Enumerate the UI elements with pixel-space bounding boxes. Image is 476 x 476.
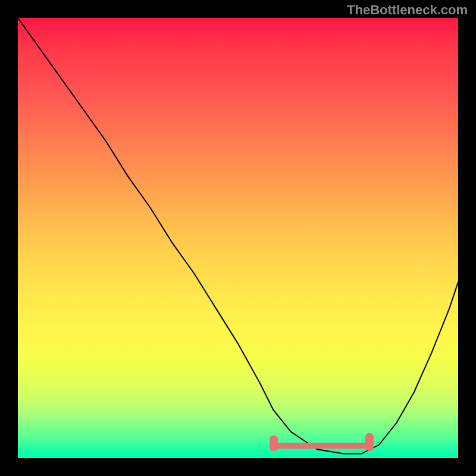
optimal-marker-band (273, 443, 370, 449)
watermark-text: TheBottleneck.com (347, 2, 468, 18)
optimal-marker-right (365, 433, 374, 451)
chart-plot-area (18, 18, 458, 458)
bottleneck-curve (18, 18, 458, 458)
